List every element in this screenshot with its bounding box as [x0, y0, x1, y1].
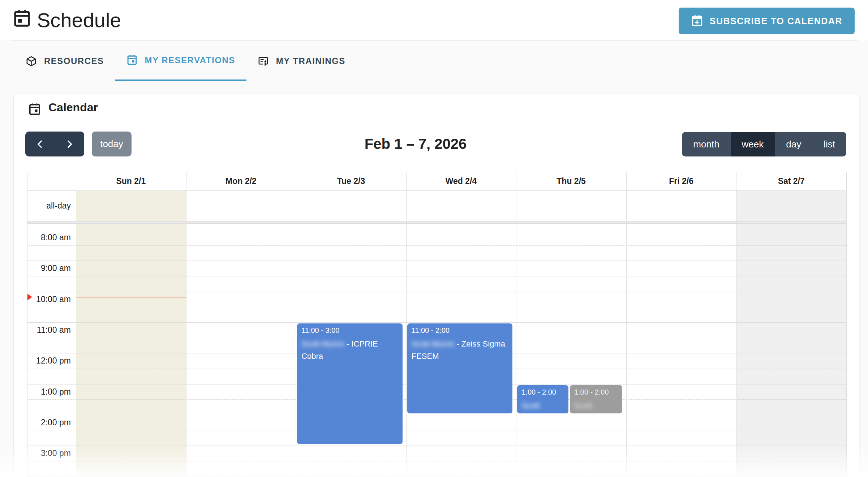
view-button-day[interactable]: day [775, 132, 812, 156]
all-day-cell[interactable] [626, 190, 736, 221]
column-border [406, 172, 407, 477]
hour-line [27, 230, 846, 230]
time-axis-label: 10:00 am [27, 294, 71, 304]
allday-divider [27, 222, 846, 224]
tab-my-reservations[interactable]: MY RESERVATIONS [115, 41, 246, 81]
column-border [186, 172, 186, 477]
view-button-month[interactable]: month [682, 132, 730, 156]
day-header: Fri 2/6 [626, 172, 736, 190]
column-border [736, 172, 736, 477]
time-axis-label: 12:00 pm [27, 356, 71, 366]
all-day-cell[interactable] [296, 190, 406, 221]
calendar-card: Calendar today Feb 1 – 7, 2026 monthweek… [14, 94, 859, 477]
today-button[interactable]: today [92, 132, 132, 156]
all-day-cell[interactable] [736, 190, 846, 221]
hour-line [27, 415, 846, 415]
chevron-right-icon [65, 139, 74, 149]
event[interactable]: 11:00 - 2:00Scott Munro - Zeiss Sigma FE… [407, 323, 513, 413]
half-hour-line [27, 307, 846, 307]
event[interactable]: 1:00 - 2:00Scott [517, 385, 568, 413]
tab-my-reservations-label: MY RESERVATIONS [145, 55, 235, 65]
hour-line [27, 446, 846, 446]
tab-resources-label: RESOURCES [44, 56, 104, 66]
view-button-week[interactable]: week [731, 132, 775, 156]
all-day-cell[interactable] [516, 190, 626, 221]
all-day-cell[interactable] [406, 190, 516, 221]
day-header: Sun 2/1 [76, 172, 186, 190]
event[interactable]: 11:00 - 3:00Scott Munro - ICPRIE Cobra [297, 323, 403, 444]
all-day-cell[interactable] [186, 190, 296, 221]
page-title: Schedule [37, 3, 121, 38]
hour-line [27, 292, 846, 292]
calendar-plus-icon [691, 15, 703, 27]
day-column[interactable] [626, 224, 736, 477]
chevron-left-icon [35, 139, 45, 149]
half-hour-line [27, 276, 846, 276]
event-title: Scott [574, 400, 618, 412]
day-header: Thu 2/5 [516, 172, 626, 190]
schedule-page: Schedule SUBSCRIBE TO CALENDAR RESOURCES… [0, 0, 868, 477]
now-indicator-arrow [27, 294, 32, 300]
time-axis-label: 1:00 pm [27, 387, 71, 397]
event-time: 11:00 - 2:00 [412, 326, 508, 335]
event-person-name: Scott [574, 401, 592, 410]
tab-bar: RESOURCES MY RESERVATIONS MY TRAININGS [14, 41, 357, 81]
subscribe-to-calendar-label: SUBSCRIBE TO CALENDAR [710, 16, 842, 26]
column-border [296, 172, 296, 477]
half-hour-line [27, 461, 846, 461]
hour-line [27, 322, 846, 323]
event[interactable]: 1:00 - 2:00Scott [570, 385, 623, 413]
day-header: Wed 2/4 [406, 172, 516, 190]
column-border [516, 172, 516, 477]
day-header: Tue 2/3 [296, 172, 406, 190]
column-border [846, 172, 847, 477]
calendar-nav-group [25, 132, 84, 156]
event-person-name: Scott Munro [301, 339, 344, 348]
time-axis-label: 8:00 am [27, 232, 71, 242]
top-bar: Schedule SUBSCRIBE TO CALENDAR [0, 0, 868, 40]
event-person-name: Scott [521, 401, 540, 410]
tab-resources[interactable]: RESOURCES [14, 41, 115, 81]
half-hour-line [27, 245, 846, 246]
column-border [76, 172, 76, 477]
event-title: Scott Munro - ICPRIE Cobra [301, 338, 398, 362]
calendar-heading: Calendar [48, 101, 98, 114]
day-column[interactable] [76, 224, 186, 477]
day-column[interactable] [516, 224, 626, 477]
week-grid: 8:00 am9:00 am10:00 am11:00 am12:00 pm1:… [27, 172, 846, 477]
day-column[interactable] [736, 224, 846, 477]
certificate-icon [258, 56, 269, 67]
cube-icon [26, 56, 37, 67]
event-time: 1:00 - 2:00 [574, 388, 618, 396]
calendar-icon [126, 55, 138, 66]
now-indicator-line [76, 297, 186, 297]
prev-week-button[interactable] [25, 132, 55, 156]
event-title: Scott Munro - Zeiss Sigma FESEM [412, 338, 508, 362]
header-bottom-border [27, 190, 846, 191]
calendar-icon [13, 9, 31, 29]
tab-my-trainings[interactable]: MY TRAININGS [246, 41, 357, 81]
time-axis-label: 3:00 pm [27, 448, 71, 458]
all-day-label: all-day [27, 190, 76, 221]
event-time: 11:00 - 3:00 [301, 326, 398, 335]
all-day-cell[interactable] [76, 190, 186, 221]
view-switcher: monthweekdaylist [682, 132, 846, 156]
day-header: Sat 2/7 [736, 172, 846, 190]
hour-line [27, 476, 846, 477]
day-header: Mon 2/2 [186, 172, 296, 190]
half-hour-line [27, 430, 846, 430]
column-border [626, 172, 627, 477]
view-button-list[interactable]: list [812, 132, 846, 156]
calendar-title: Feb 1 – 7, 2026 [365, 132, 467, 156]
tab-my-trainings-label: MY TRAININGS [276, 56, 345, 66]
time-axis-label: 9:00 am [27, 263, 71, 273]
day-column[interactable] [186, 224, 296, 477]
subscribe-to-calendar-button[interactable]: SUBSCRIBE TO CALENDAR [679, 8, 855, 34]
event-time: 1:00 - 2:00 [521, 388, 564, 396]
event-person-name: Scott Munro [412, 339, 455, 348]
event-title: Scott [521, 400, 564, 412]
next-week-button[interactable] [55, 132, 85, 156]
time-axis-label: 2:00 pm [27, 417, 71, 427]
calendar-icon [28, 103, 41, 116]
hour-line [27, 261, 846, 261]
